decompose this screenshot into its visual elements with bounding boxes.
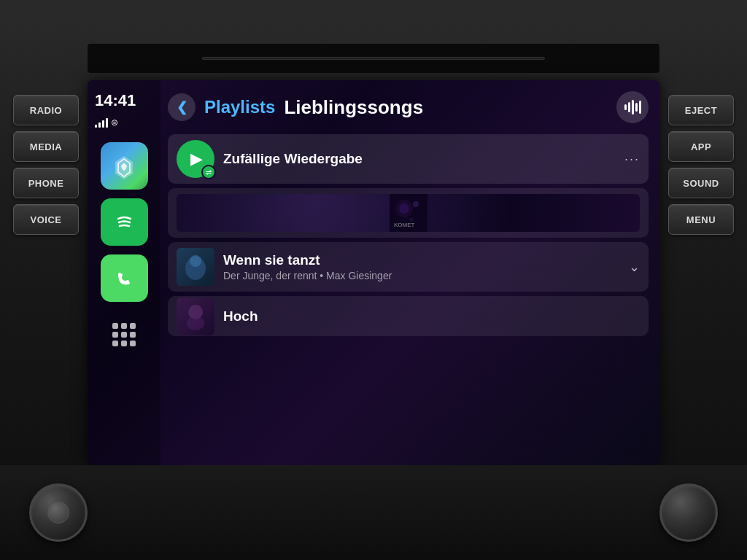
grid-dot: [130, 323, 136, 329]
song-info: Hoch: [223, 308, 640, 324]
signal-icon: [95, 117, 108, 128]
audio-waveform-button[interactable]: [616, 91, 649, 123]
shuffle-badge: ⇌: [201, 165, 216, 179]
song-subtitle: Der Junge, der rennt • Max Giesinger: [223, 270, 620, 281]
sound-button[interactable]: SOUND: [668, 168, 734, 198]
main-content: ❮ Playlists Lieblingssongs: [160, 80, 659, 465]
grid-dot: [130, 341, 136, 346]
back-button[interactable]: ❮: [168, 93, 196, 121]
waveform-icon: [624, 100, 641, 114]
scroll-down-button[interactable]: ⌄: [629, 259, 640, 275]
grid-dot: [112, 332, 118, 338]
svg-point-2: [111, 265, 137, 292]
app-icons: [95, 142, 153, 454]
signal-bar-3: [102, 120, 104, 128]
bottom-controls: [0, 465, 747, 560]
voice-button[interactable]: VOICE: [13, 204, 79, 235]
menu-button[interactable]: MENU: [668, 204, 734, 235]
cd-slot-area: [88, 44, 659, 73]
svg-text:KOMET: KOMET: [394, 222, 415, 228]
screen-content: 14:41 ⊜: [88, 80, 659, 465]
song-info: Zufällige Wiedergabe: [223, 151, 616, 167]
shuffle-icon: ⇌: [206, 168, 212, 176]
svg-point-5: [399, 203, 409, 214]
shuffle-play-button[interactable]: ▶ ⇌: [177, 140, 214, 178]
knob-center: [47, 502, 69, 524]
grid-dot: [112, 341, 118, 346]
song-thumbnail-wenn: [177, 248, 214, 286]
clock-display: 14:41: [95, 91, 153, 110]
grid-dot: [121, 332, 127, 338]
media-button[interactable]: MEDIA: [13, 131, 79, 162]
grid-dot: [130, 332, 136, 338]
radio-button[interactable]: RADIO: [13, 95, 79, 125]
list-item[interactable]: ▶ ⇌ Zufällige Wiedergabe ···: [168, 134, 649, 184]
signal-bar-2: [98, 122, 101, 128]
svg-point-1: [111, 209, 137, 236]
row-actions: ⌄: [629, 259, 640, 275]
grid-dots: [112, 323, 136, 346]
car-unit: RADIO MEDIA PHONE VOICE EJECT APP SOUND …: [0, 0, 747, 560]
list-item[interactable]: KOMET Komet Komet • Udo Lindenberg, Apac…: [168, 188, 649, 238]
song-list: ▶ ⇌ Zufällige Wiedergabe ···: [168, 134, 649, 454]
grid-dot: [121, 341, 127, 346]
signal-bar-4: [106, 118, 108, 128]
svg-point-16: [187, 316, 204, 330]
song-thumbnail-hoch: [177, 298, 214, 335]
back-arrow-icon: ❮: [177, 99, 187, 115]
svg-point-8: [409, 217, 414, 222]
grid-dot: [112, 323, 118, 329]
home-grid-icon[interactable]: [101, 311, 148, 358]
song-thumbnail-komet: KOMET: [177, 194, 640, 232]
play-icon: ▶: [190, 149, 203, 168]
left-button-group: RADIO MEDIA PHONE VOICE: [13, 95, 79, 235]
right-tune-knob[interactable]: [659, 483, 718, 542]
list-item[interactable]: Hoch: [168, 296, 649, 336]
grid-dot: [121, 323, 127, 329]
playlist-title: Lieblingssongs: [284, 96, 608, 119]
svg-point-12: [190, 255, 201, 267]
playlists-back-label[interactable]: Playlists: [204, 97, 275, 117]
app-button[interactable]: APP: [668, 131, 734, 162]
eject-button[interactable]: EJECT: [668, 95, 734, 125]
song-title: Wenn sie tanzt: [223, 252, 620, 268]
song-info: Wenn sie tanzt Der Junge, der rennt • Ma…: [223, 252, 620, 281]
phone-app-icon[interactable]: [101, 254, 148, 302]
list-item[interactable]: Wenn sie tanzt Der Junge, der rennt • Ma…: [168, 242, 649, 292]
app-sidebar: 14:41 ⊜: [88, 80, 160, 465]
maps-app-icon[interactable]: [101, 142, 148, 190]
signal-bar-1: [95, 125, 97, 128]
screen-header: ❮ Playlists Lieblingssongs: [168, 91, 649, 123]
more-options-button[interactable]: ···: [624, 152, 640, 167]
status-icons: ⊜: [95, 117, 153, 128]
left-volume-knob[interactable]: [29, 483, 88, 542]
song-title: Hoch: [223, 308, 640, 324]
infotainment-screen: 14:41 ⊜: [88, 80, 659, 465]
song-title: Zufällige Wiedergabe: [223, 151, 616, 167]
wifi-icon: ⊜: [111, 117, 118, 128]
spotify-app-icon[interactable]: [101, 198, 148, 246]
svg-point-7: [413, 201, 419, 207]
cd-slot: [202, 57, 545, 60]
phone-button[interactable]: PHONE: [13, 168, 79, 198]
right-button-group: EJECT APP SOUND MENU: [668, 95, 734, 235]
